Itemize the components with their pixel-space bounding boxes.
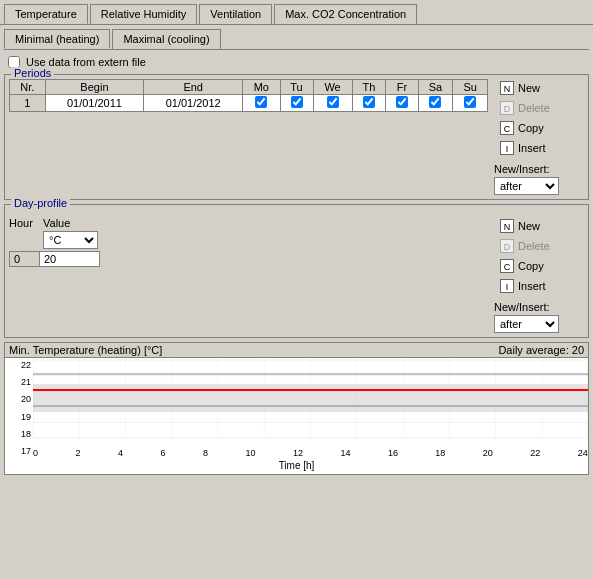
subtab-minimal[interactable]: Minimal (heating) xyxy=(4,29,110,49)
x-label-14: 14 xyxy=(340,448,350,458)
new-icon: N xyxy=(500,81,514,95)
day-profile-section-label: Day-profile xyxy=(11,197,70,209)
periods-new-button[interactable]: N New xyxy=(494,79,584,97)
y-label-18: 18 xyxy=(21,429,31,439)
col-begin: Begin xyxy=(45,80,144,95)
col-su: Su xyxy=(453,80,488,95)
x-label-4: 4 xyxy=(118,448,123,458)
temp-value[interactable]: 20 xyxy=(40,252,100,267)
col-end: End xyxy=(144,80,243,95)
y-label-19: 19 xyxy=(21,412,31,422)
y-label-22: 22 xyxy=(21,360,31,370)
dp-copy-icon: C xyxy=(500,259,514,273)
chart-title: Min. Temperature (heating) [°C] xyxy=(9,344,162,356)
subtab-maximal[interactable]: Maximal (cooling) xyxy=(112,29,220,49)
y-label-20: 20 xyxy=(21,394,31,404)
period-we-checkbox[interactable] xyxy=(327,96,339,108)
tab-temperature[interactable]: Temperature xyxy=(4,4,88,24)
period-begin: 01/01/2011 xyxy=(45,95,144,112)
unit-select[interactable]: °C °F xyxy=(43,231,98,249)
insert-icon: I xyxy=(500,141,514,155)
period-mo-checkbox[interactable] xyxy=(255,96,267,108)
day-profile-row: 0 20 xyxy=(10,252,100,267)
period-end: 01/01/2012 xyxy=(144,95,243,112)
x-label-2: 2 xyxy=(75,448,80,458)
periods-delete-button[interactable]: D Delete xyxy=(494,99,584,117)
x-label-6: 6 xyxy=(160,448,165,458)
hour-value: 0 xyxy=(10,252,40,267)
tab-max-co2[interactable]: Max. CO2 Concentration xyxy=(274,4,417,24)
hour-header: Hour xyxy=(9,217,43,229)
value-header: Value xyxy=(43,217,70,229)
x-label-12: 12 xyxy=(293,448,303,458)
period-sa-checkbox[interactable] xyxy=(429,96,441,108)
day-profile-new-button[interactable]: N New xyxy=(494,217,584,235)
col-th: Th xyxy=(352,80,386,95)
col-we: We xyxy=(313,80,352,95)
y-label-21: 21 xyxy=(21,377,31,387)
x-axis-title: Time [h] xyxy=(5,460,588,474)
period-th-checkbox[interactable] xyxy=(363,96,375,108)
periods-new-insert-select[interactable]: after before xyxy=(494,177,559,195)
col-sa: Sa xyxy=(418,80,453,95)
periods-section-label: Periods xyxy=(11,67,54,79)
chart-daily-average: Daily average: 20 xyxy=(498,344,584,356)
col-tu: Tu xyxy=(280,80,313,95)
day-profile-new-insert-select[interactable]: after before xyxy=(494,315,559,333)
y-label-17: 17 xyxy=(21,446,31,456)
x-label-10: 10 xyxy=(245,448,255,458)
day-profile-delete-button[interactable]: D Delete xyxy=(494,237,584,255)
periods-insert-button[interactable]: I Insert xyxy=(494,139,584,157)
delete-icon: D xyxy=(500,101,514,115)
day-profile-new-insert-label: New/Insert: xyxy=(494,301,584,313)
x-label-24: 24 xyxy=(578,448,588,458)
x-label-22: 22 xyxy=(530,448,540,458)
col-mo: Mo xyxy=(243,80,280,95)
x-label-20: 20 xyxy=(483,448,493,458)
svg-rect-19 xyxy=(33,384,588,412)
periods-copy-button[interactable]: C Copy xyxy=(494,119,584,137)
tab-ventilation[interactable]: Ventilation xyxy=(199,4,272,24)
chart-svg xyxy=(33,358,588,448)
table-row: 1 01/01/2011 01/01/2012 xyxy=(10,95,488,112)
col-fr: Fr xyxy=(386,80,418,95)
period-fr-checkbox[interactable] xyxy=(396,96,408,108)
periods-new-insert-label: New/Insert: xyxy=(494,163,584,175)
col-nr: Nr. xyxy=(10,80,46,95)
dp-insert-icon: I xyxy=(500,279,514,293)
day-profile-insert-button[interactable]: I Insert xyxy=(494,277,584,295)
period-su-checkbox[interactable] xyxy=(464,96,476,108)
copy-icon: C xyxy=(500,121,514,135)
dp-delete-icon: D xyxy=(500,239,514,253)
x-label-8: 8 xyxy=(203,448,208,458)
tab-relative-humidity[interactable]: Relative Humidity xyxy=(90,4,198,24)
day-profile-copy-button[interactable]: C Copy xyxy=(494,257,584,275)
period-tu-checkbox[interactable] xyxy=(291,96,303,108)
x-label-16: 16 xyxy=(388,448,398,458)
period-nr: 1 xyxy=(10,95,46,112)
x-label-0: 0 xyxy=(33,448,38,458)
x-label-18: 18 xyxy=(435,448,445,458)
dp-new-icon: N xyxy=(500,219,514,233)
